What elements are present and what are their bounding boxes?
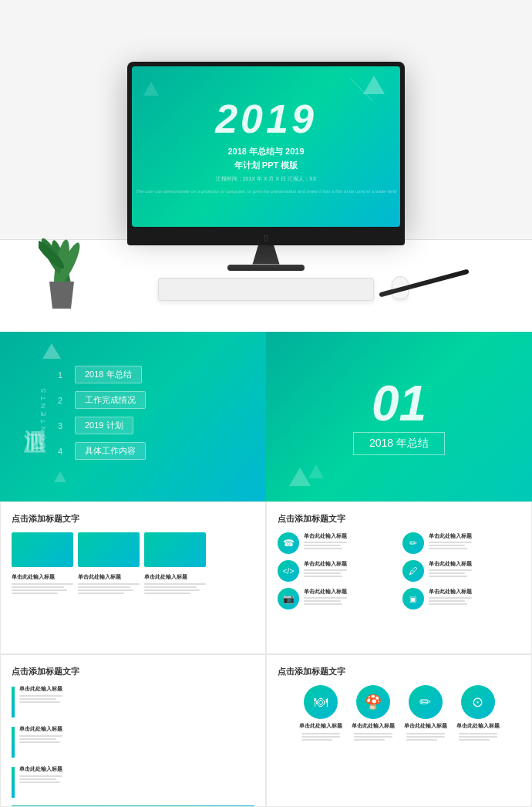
caption-1: 单击此处输入标题 <box>12 573 73 596</box>
slide-label: 2018 年总结 <box>369 437 429 451</box>
icon-item-6: ▣ 单击此处输入标题 <box>402 588 521 609</box>
item-label: 工作完成情况 <box>75 391 146 409</box>
image-boxes <box>12 532 254 567</box>
list-item: 2 工作完成情况 <box>58 391 227 409</box>
list-item: 4 具体工作内容 <box>58 442 227 460</box>
screen-triangle2 <box>143 82 159 96</box>
list-item: 3 2019 计划 <box>58 417 227 434</box>
color-bar-2 <box>12 727 15 758</box>
item-num: 3 <box>58 421 67 431</box>
contents-list: 1 2018 年总结 2 工作完成情况 3 2019 计划 4 具体工作内容 <box>58 366 227 468</box>
plant-pot <box>46 282 77 309</box>
slide-label-box: 2018 年总结 <box>353 432 445 455</box>
contents-panel: CONTENTS 泗皿 1 2018 年总结 2 工作完成情况 3 2019 计… <box>0 332 266 501</box>
icon-item-2: ✏ 单击此处输入标题 <box>402 532 521 554</box>
circle-icon-2: 🍄 单击此处输入标题 <box>352 685 395 742</box>
screen-title-line2: 年计划 PPT 模版 <box>234 160 298 170</box>
camera-icon: 📷 <box>278 588 299 609</box>
icon-text-6: 单击此处输入标题 <box>429 588 472 606</box>
item-num: 4 <box>58 447 67 456</box>
image-captions: 单击此处输入标题 单击此处输入标题 单击此处输入标题 <box>12 573 254 596</box>
text-list: 单击此处输入标题 单击此处输入标题 单击此处输入标题 <box>12 685 254 798</box>
monitor-stand <box>247 245 285 265</box>
icon-item-3: </> 单击此处输入标题 <box>278 560 396 582</box>
icon-text-5: 单击此处输入标题 <box>304 588 347 606</box>
card-3-title: 点击添加标题文字 <box>12 666 254 677</box>
card-4: 点击添加标题文字 🍽 单击此处输入标题 🍄 单击此处输入标题 ✏ 单击此处输入标… <box>266 654 532 807</box>
text-list-item-3: 单击此处输入标题 <box>12 765 254 798</box>
monitor-section: 2019 2018 年总结与 2019 年计划 PPT 模版 汇报时间：201X… <box>0 0 532 332</box>
caption-lines <box>78 583 140 594</box>
item-num: 1 <box>58 370 67 380</box>
slide-triangle1 <box>289 468 311 486</box>
caption-lines <box>144 583 206 594</box>
monitor-screen-outer: 2019 2018 年总结与 2019 年计划 PPT 模版 汇报时间：201X… <box>127 62 405 231</box>
item-label: 2018 年总结 <box>75 366 142 383</box>
img-box-2 <box>78 532 140 567</box>
circle-icon-4: ⊙ 单击此处输入标题 <box>456 685 500 742</box>
screen-title: 2018 年总结与 2019 年计划 PPT 模版 <box>227 145 304 172</box>
slide-triangle2 <box>308 464 324 478</box>
icons-grid: ☎ 单击此处输入标题 ✏ 单击此处输入标题 </> 单击此处输入标题 <box>278 532 520 609</box>
color-bar-1 <box>12 687 15 718</box>
caption-2: 单击此处输入标题 <box>78 573 140 596</box>
icon-text-3: 单击此处输入标题 <box>304 560 347 579</box>
contents-triangle2 <box>54 471 66 482</box>
caption-title: 单击此处输入标题 <box>12 573 73 581</box>
caption-title: 单击此处输入标题 <box>144 573 206 581</box>
grid-icon: ▣ <box>402 588 424 609</box>
item-label: 具体工作内容 <box>75 442 146 460</box>
plant-decoration <box>39 216 85 309</box>
card-4-title: 点击添加标题文字 <box>278 666 520 677</box>
screen-title-line1: 2018 年总结与 2019 <box>227 147 304 156</box>
monitor-base <box>227 265 305 271</box>
card-2: 点击添加标题文字 ☎ 单击此处输入标题 ✏ 单击此处输入标题 </> 单 <box>266 501 532 654</box>
icon-item-1: ☎ 单击此处输入标题 <box>278 532 396 554</box>
circle-icons-row: 🍽 单击此处输入标题 🍄 单击此处输入标题 ✏ 单击此处输入标题 <box>278 685 520 742</box>
monitor-chin:  <box>127 231 405 245</box>
slide-preview-panel: 01 2018 年总结 <box>266 332 532 501</box>
plant-leaves <box>39 216 85 285</box>
screen-triangle1 <box>363 76 385 94</box>
pen-icon: 🖊 <box>402 560 424 582</box>
icon-text-2: 单击此处输入标题 <box>429 532 472 551</box>
monitor: 2019 2018 年总结与 2019 年计划 PPT 模版 汇报时间：201X… <box>127 62 405 271</box>
target-icon: ⊙ <box>461 685 495 719</box>
caption-3: 单击此处输入标题 <box>144 573 206 596</box>
monitor-screen: 2019 2018 年总结与 2019 年计划 PPT 模版 汇报时间：201X… <box>132 66 400 227</box>
item-num: 2 <box>58 396 67 405</box>
card-3: 点击添加标题文字 单击此处输入标题 单击此处输入标题 单击此处输入 <box>0 654 266 807</box>
text-list-item-1: 单击此处输入标题 <box>12 685 254 718</box>
edit-icon: ✏ <box>402 532 424 554</box>
apple-logo-icon:  <box>264 233 268 244</box>
pencil-icon: ✏ <box>409 685 443 719</box>
dish-icon: 🍽 <box>304 685 338 719</box>
circle-icon-3: ✏ 单击此处输入标题 <box>404 685 447 742</box>
screen-desc: The user can demonstrate on a projector … <box>136 189 396 194</box>
screen-subtitle: 汇报时间：201X 年 X 月 X 日 汇报人：XX <box>216 175 317 183</box>
list-item: 1 2018 年总结 <box>58 366 227 383</box>
text-list-item-2: 单击此处输入标题 <box>12 725 254 758</box>
item-label: 2019 计划 <box>75 417 133 434</box>
slide-number: 01 <box>372 379 426 428</box>
screen-year: 2019 <box>215 99 317 139</box>
icon-item-5: 📷 单击此处输入标题 <box>278 588 396 609</box>
contents-chinese: 泗皿 <box>19 413 49 420</box>
phone-icon: ☎ <box>278 532 299 554</box>
caption-title: 单击此处输入标题 <box>78 573 140 581</box>
icon-item-4: 🖊 单击此处输入标题 <box>402 560 521 582</box>
contents-triangle1 <box>42 343 61 359</box>
color-bar-3 <box>12 767 15 798</box>
card-2-title: 点击添加标题文字 <box>278 513 520 525</box>
card-1: 点击添加标题文字 单击此处输入标题 单击此处输入标题 单击此处输入标题 <box>0 501 266 654</box>
mushroom-icon: 🍄 <box>356 685 390 719</box>
img-box-3 <box>144 532 206 567</box>
caption-lines <box>12 583 73 594</box>
card-1-title: 点击添加标题文字 <box>12 513 254 525</box>
bottom-grid: 点击添加标题文字 单击此处输入标题 单击此处输入标题 单击此处输入标题 <box>0 501 532 807</box>
middle-section: CONTENTS 泗皿 1 2018 年总结 2 工作完成情况 3 2019 计… <box>0 332 532 501</box>
icon-text-4: 单击此处输入标题 <box>429 560 472 579</box>
img-box-1 <box>12 532 73 567</box>
circle-icon-1: 🍽 单击此处输入标题 <box>299 685 342 742</box>
code-icon: </> <box>278 560 299 582</box>
